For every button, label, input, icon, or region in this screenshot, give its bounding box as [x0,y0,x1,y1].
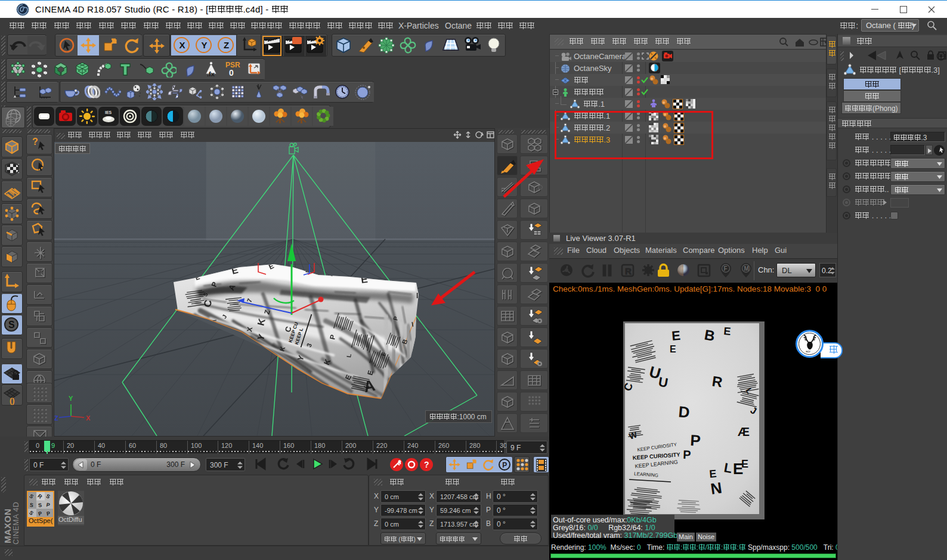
svg-text:E: E [671,328,681,344]
svg-text:F: F [724,265,728,272]
svg-text:D: D [677,403,690,422]
svg-text:(): () [10,396,15,405]
svg-text:0: 0 [229,68,234,78]
svg-text:.fx: .fx [207,70,215,78]
svg-text:?: ? [424,460,429,469]
svg-text:X: X [86,414,91,422]
svg-text:IES: IES [105,110,112,115]
svg-text:scr: scr [806,349,811,353]
svg-text:S: S [38,502,42,509]
svg-text:S: S [8,320,15,330]
svg-text:E: E [670,344,676,354]
svg-text:R: R [625,266,632,276]
svg-text:P: P [683,448,691,461]
svg-text:E: E [723,325,732,338]
svg-text:E: E [709,468,717,480]
svg-text:Æ: Æ [738,425,750,438]
svg-text:?: ? [32,137,38,147]
svg-text:Z: Z [54,414,58,422]
svg-text:Y: Y [69,395,73,402]
svg-text:P: P [502,461,507,469]
svg-text:I: I [416,292,418,300]
svg-text:P: P [690,431,701,450]
svg-text:M: M [744,265,749,272]
svg-text:S: S [29,502,33,509]
svg-text:E: E [741,458,748,470]
